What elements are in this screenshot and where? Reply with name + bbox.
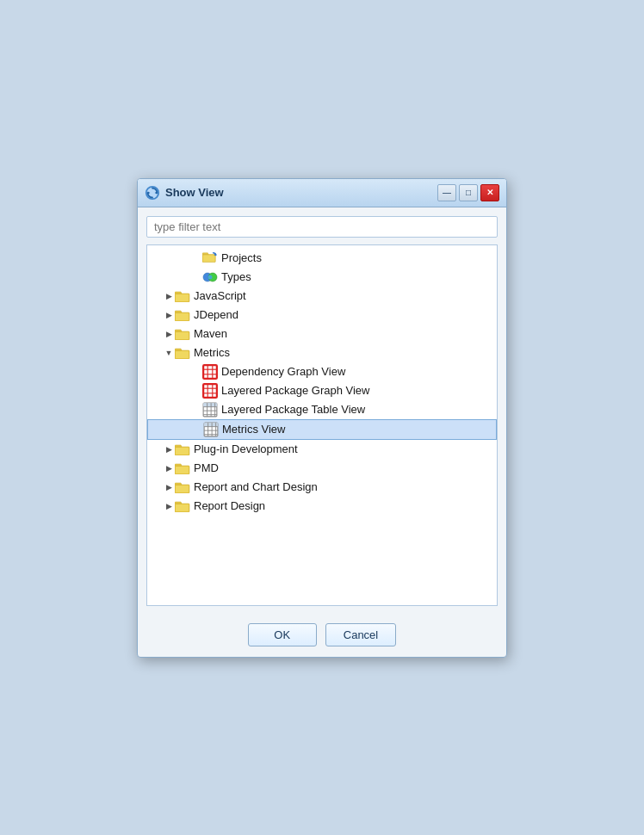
- tree-arrow-report-chart[interactable]: [163, 481, 175, 493]
- svg-rect-50: [176, 504, 189, 511]
- svg-rect-22: [203, 384, 217, 398]
- svg-rect-17: [203, 365, 217, 379]
- folder-icon-report-chart: [175, 479, 190, 495]
- folder-icon-javascript: [175, 288, 190, 304]
- tree-item-projects[interactable]: Projects: [147, 249, 497, 268]
- tree-arrow-jdepend[interactable]: [163, 309, 175, 321]
- svg-rect-48: [176, 486, 189, 492]
- tree-item-layered-package-graph[interactable]: Layered Package Graph View: [147, 381, 497, 400]
- dialog-icon: [145, 185, 160, 201]
- tree-arrow-javascript[interactable]: [163, 290, 175, 302]
- folder-icon-maven: [175, 326, 190, 342]
- tree-item-jdepend[interactable]: JDepend: [147, 306, 497, 325]
- tree-arrow-maven[interactable]: [163, 328, 175, 340]
- tree-item-metrics-view[interactable]: Metrics View: [147, 419, 497, 440]
- tree-item-dependency-graph[interactable]: Dependency Graph View: [147, 362, 497, 381]
- tree-item-layered-package-table[interactable]: Layered Package Table View: [147, 400, 497, 419]
- title-buttons: — □ ✕: [437, 184, 499, 201]
- tree-label-maven: Maven: [194, 327, 227, 340]
- tree-item-report-chart[interactable]: Report and Chart Design: [147, 478, 497, 497]
- filter-input[interactable]: [146, 216, 498, 238]
- tree-item-javascript[interactable]: JavaScript: [147, 287, 497, 306]
- tree-label-metrics: Metrics: [194, 346, 230, 359]
- title-bar-left: Show View: [145, 185, 224, 201]
- svg-rect-46: [176, 467, 189, 473]
- svg-rect-44: [176, 448, 189, 455]
- maximize-button[interactable]: □: [459, 184, 478, 201]
- tree-label-types: Types: [221, 270, 251, 283]
- tree-label-report-chart: Report and Chart Design: [194, 480, 318, 493]
- title-bar: Show View — □ ✕: [138, 179, 506, 207]
- tree-label-layered-package-graph: Layered Package Graph View: [221, 384, 369, 397]
- tree-arrow-plugin-dev[interactable]: [163, 443, 175, 455]
- tree-item-types[interactable]: Types: [147, 268, 497, 287]
- folder-icon-plugin-dev: [175, 442, 190, 457]
- tree-arrow-report-design[interactable]: [163, 500, 175, 512]
- tree-label-report-design: Report Design: [194, 499, 265, 512]
- projects-icon-projects: [202, 251, 218, 266]
- svg-rect-10: [176, 294, 189, 301]
- folder-icon-metrics: [175, 345, 190, 361]
- grid-icon-metrics-view: [203, 422, 219, 437]
- close-button[interactable]: ✕: [480, 184, 499, 201]
- svg-rect-14: [176, 332, 189, 339]
- folder-icon-report-design: [175, 498, 190, 514]
- svg-rect-12: [176, 313, 189, 320]
- tree-item-maven[interactable]: Maven: [147, 325, 497, 343]
- tree-label-dependency-graph: Dependency Graph View: [221, 365, 345, 378]
- svg-rect-16: [176, 351, 189, 358]
- tree-item-report-design[interactable]: Report Design: [147, 497, 497, 516]
- tree-item-plugin-dev[interactable]: Plug-in Development: [147, 440, 497, 459]
- tree-label-jdepend: JDepend: [194, 308, 238, 321]
- tree-label-javascript: JavaScript: [194, 289, 246, 302]
- tree-arrow-metrics[interactable]: [163, 347, 175, 359]
- tree-arrow-pmd[interactable]: [163, 462, 175, 474]
- tree-container: Projects Types JavaScript JDepend Maven …: [146, 244, 498, 606]
- folder-icon-pmd: [175, 461, 190, 476]
- cancel-button[interactable]: Cancel: [325, 623, 396, 646]
- dialog-title: Show View: [165, 186, 224, 199]
- tree-item-pmd[interactable]: PMD: [147, 459, 497, 478]
- tree-content[interactable]: Projects Types JavaScript JDepend Maven …: [147, 245, 497, 605]
- dialog-footer: OK Cancel: [138, 615, 506, 657]
- tree-label-pmd: PMD: [194, 461, 219, 474]
- ok-button[interactable]: OK: [248, 623, 317, 646]
- red-grid-icon-layered-package-graph: [202, 383, 218, 399]
- dialog-body: Projects Types JavaScript JDepend Maven …: [138, 207, 506, 615]
- svg-point-8: [208, 275, 213, 279]
- folder-icon-jdepend: [175, 307, 190, 323]
- tree-label-layered-package-table: Layered Package Table View: [221, 403, 365, 416]
- grid-icon-layered-package-table: [202, 402, 218, 418]
- show-view-dialog: Show View — □ ✕ Projects Types Jav: [137, 178, 507, 658]
- minimize-button[interactable]: —: [437, 184, 456, 201]
- types-icon-types: [202, 269, 218, 285]
- tree-label-projects: Projects: [221, 251, 262, 264]
- red-grid-icon-dependency-graph: [202, 364, 218, 380]
- tree-label-metrics-view: Metrics View: [222, 423, 285, 436]
- tree-item-metrics[interactable]: Metrics: [147, 343, 497, 362]
- svg-rect-4: [203, 256, 214, 262]
- tree-label-plugin-dev: Plug-in Development: [194, 442, 298, 455]
